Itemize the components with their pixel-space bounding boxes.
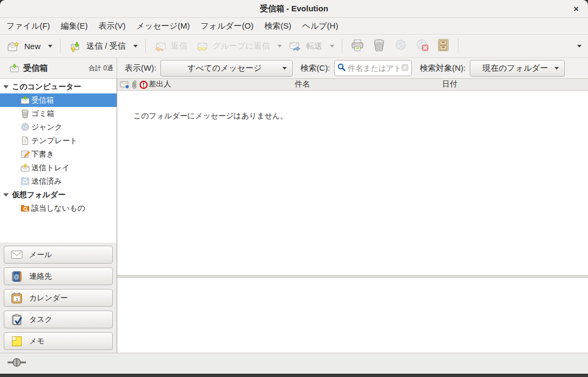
switcher-label: カレンダー — [29, 293, 67, 303]
search-scope-value: 現在のフォルダー — [476, 63, 555, 73]
sidebar-item-trash[interactable]: ゴミ箱 — [0, 107, 117, 120]
sidebar-item-label: 送信済み — [31, 177, 62, 186]
sidebar-item-sent[interactable]: 送信済み — [0, 174, 117, 188]
send-receive-button[interactable]: 送信 / 受信 — [65, 38, 130, 55]
empty-folder-message: このフォルダーにメッセージはありません。 — [133, 111, 588, 121]
new-button[interactable]: New — [3, 38, 45, 54]
drafts-pencil-icon — [21, 150, 30, 159]
switcher-contacts-button[interactable]: @ 連絡先 — [4, 267, 113, 285]
show-filter-dropdown[interactable]: すべてのメッセージ — [160, 60, 293, 77]
preview-pane[interactable] — [117, 278, 588, 353]
group-reply-dropdown-button[interactable] — [274, 42, 285, 51]
view-switcher: メール @ 連絡先 — [0, 243, 117, 353]
group-reply-button[interactable]: グループに返信 — [192, 38, 274, 55]
menu-item-search[interactable]: 検索(S) — [260, 19, 296, 33]
switcher-label: タスク — [29, 315, 52, 325]
mail-icon — [11, 250, 23, 259]
column-from[interactable]: 差出人 — [148, 79, 171, 89]
attachment-column-icon[interactable] — [131, 80, 138, 91]
print-icon — [351, 39, 364, 53]
folder-name-label: 受信箱 — [23, 63, 48, 73]
switcher-label: 連絡先 — [29, 272, 52, 281]
show-filter-label: 表示(W): — [125, 63, 156, 73]
contacts-icon: @ — [11, 271, 23, 282]
archive-button[interactable] — [433, 36, 454, 56]
toolbar-separator — [458, 39, 458, 53]
chevron-down-icon — [555, 67, 559, 70]
current-folder-indicator: 受信箱 合計 0通 — [0, 58, 117, 78]
sidebar-item-outbox[interactable]: 送信トレイ — [0, 161, 117, 174]
toolbar-overflow-button[interactable] — [574, 42, 585, 51]
chevron-down-icon — [330, 45, 334, 48]
switcher-mail-button[interactable]: メール — [4, 246, 113, 264]
column-subject[interactable]: 件名 — [295, 79, 310, 89]
new-mail-icon — [8, 42, 19, 51]
read-status-column-icon[interactable] — [120, 80, 129, 90]
message-list[interactable]: このフォルダーにメッセージはありません。 — [117, 91, 588, 275]
search-scope-label: 検索対象(N): — [420, 63, 465, 73]
forward-dropdown-button[interactable] — [327, 42, 337, 51]
menu-item-view[interactable]: 表示(V) — [94, 19, 130, 33]
chevron-down-icon — [577, 45, 582, 48]
junk-icon — [21, 123, 30, 132]
send-receive-dropdown-button[interactable] — [130, 42, 141, 51]
search-scope-dropdown[interactable]: 現在のフォルダー — [470, 60, 565, 77]
expander-icon[interactable] — [3, 85, 9, 89]
search-box[interactable] — [334, 60, 412, 76]
menu-item-help[interactable]: ヘルプ(H) — [298, 19, 343, 33]
sidebar-item-label: 下書き — [31, 150, 54, 159]
sidebar-item-label: ジャンク — [31, 123, 62, 132]
sidebar-group-this-computer[interactable]: このコンピューター — [0, 80, 117, 93]
clear-search-icon[interactable] — [401, 64, 409, 73]
switcher-memos-button[interactable]: メモ — [4, 332, 113, 350]
expander-icon[interactable] — [3, 193, 9, 197]
sidebar-item-label: 該当しないもの — [31, 204, 85, 213]
toolbar: New 送信 / 受信 — [0, 35, 588, 58]
show-filter-value: すべてのメッセージ — [166, 63, 282, 73]
forward-icon — [289, 42, 301, 51]
toolbar-separator — [342, 39, 342, 53]
sidebar-item-label: 受信箱 — [31, 96, 54, 105]
sidebar-group-search-folders[interactable]: 仮想フォルダー — [0, 188, 117, 201]
new-dropdown-button[interactable] — [45, 42, 56, 51]
reply-button[interactable]: 返信 — [150, 38, 192, 55]
priority-column-icon[interactable] — [139, 80, 148, 91]
sidebar-item-drafts[interactable]: 下書き — [0, 147, 117, 161]
sidebar-group-label: 仮想フォルダー — [12, 190, 65, 200]
delete-button[interactable] — [368, 36, 390, 56]
close-button[interactable]: × — [571, 4, 582, 15]
toolbar-separator — [60, 39, 60, 53]
sidebar-item-label: 送信トレイ — [31, 163, 70, 173]
evolution-window: 受信箱 - Evolution × ファイル(F) 編集(E) 表示(V) メッ… — [0, 0, 588, 374]
message-total-label: 合計 0通 — [89, 64, 113, 73]
forward-label: 転送 — [306, 41, 322, 51]
toolbar-separator — [145, 39, 146, 53]
switcher-label: メモ — [29, 336, 45, 346]
switcher-label: メール — [29, 250, 52, 260]
print-button[interactable] — [347, 36, 368, 56]
switcher-calendar-button[interactable]: 3 カレンダー — [4, 289, 113, 307]
send-receive-label: 送信 / 受信 — [86, 41, 126, 51]
online-plug-icon[interactable] — [8, 358, 26, 369]
sidebar-item-unmatched[interactable]: 該当しないもの — [0, 201, 117, 215]
column-date[interactable]: 日付 — [442, 79, 457, 89]
sidebar: このコンピューター 受信箱 — [0, 79, 117, 353]
sidebar-item-templates[interactable]: テンプレート — [0, 134, 117, 147]
search-input[interactable] — [348, 64, 399, 72]
forward-button[interactable]: 転送 — [285, 38, 327, 55]
trash-icon — [21, 109, 30, 118]
sidebar-group-label: このコンピューター — [12, 82, 81, 92]
message-list-header: 差出人 件名 日付 — [117, 79, 588, 91]
switcher-tasks-button[interactable]: タスク — [4, 311, 113, 328]
titlebar: 受信箱 - Evolution × — [0, 0, 588, 18]
menu-item-folder[interactable]: フォルダー(O) — [196, 19, 258, 33]
sidebar-item-inbox[interactable]: 受信箱 — [0, 93, 117, 107]
not-junk-button[interactable] — [411, 36, 433, 56]
trash-icon — [373, 39, 386, 53]
svg-text:@: @ — [13, 273, 19, 279]
menu-item-message[interactable]: メッセージ(M) — [132, 19, 194, 33]
menu-item-file[interactable]: ファイル(F) — [2, 19, 55, 33]
junk-button[interactable] — [390, 36, 411, 56]
menu-item-edit[interactable]: 編集(E) — [57, 19, 92, 33]
sidebar-item-junk[interactable]: ジャンク — [0, 120, 117, 134]
